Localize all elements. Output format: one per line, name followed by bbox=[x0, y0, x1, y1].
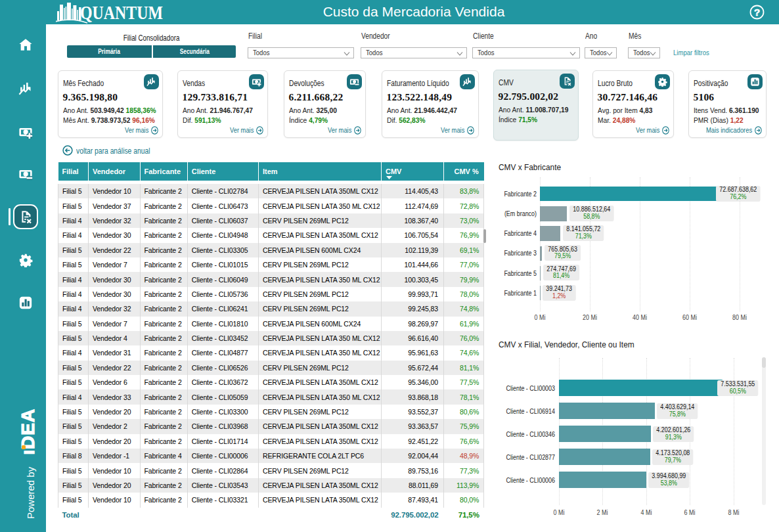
svg-text:QUANTUM: QUANTUM bbox=[80, 1, 163, 23]
svg-text:?: ? bbox=[754, 7, 760, 18]
